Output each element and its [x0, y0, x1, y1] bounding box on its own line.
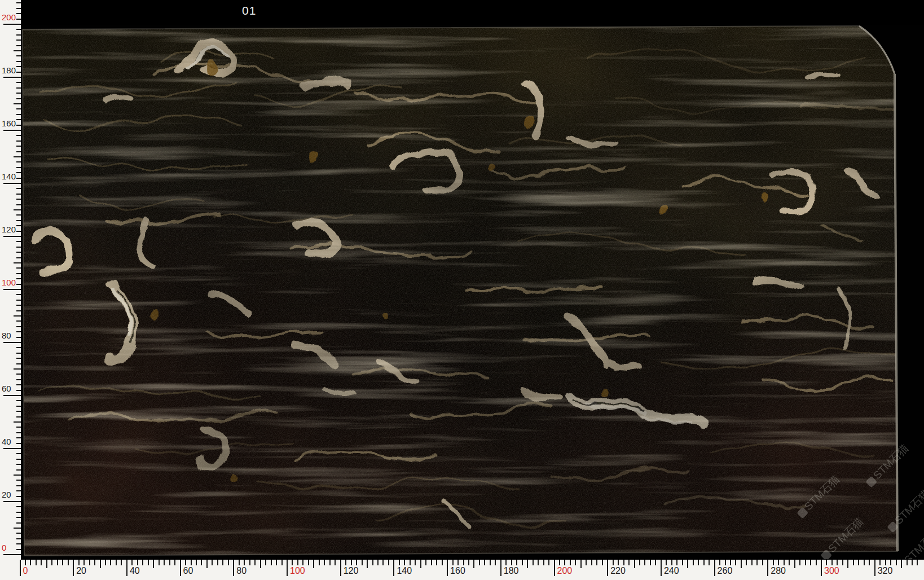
ruler-tick — [16, 390, 21, 391]
ruler-label: 280 — [771, 566, 786, 576]
ruler-tick — [329, 560, 331, 565]
ruler-tick — [3, 342, 21, 343]
ruler-tick — [16, 538, 21, 539]
ruler-tick — [436, 560, 437, 565]
ruler-tick — [281, 560, 283, 565]
ruler-tick — [57, 560, 58, 565]
ruler-tick — [682, 560, 683, 565]
ruler-label: 100 — [2, 278, 16, 287]
ruler-tick — [16, 453, 21, 454]
ruler-tick — [174, 560, 175, 565]
ruler-tick — [864, 560, 865, 565]
ruler-tick — [912, 560, 913, 565]
ruler-tick — [756, 560, 758, 565]
ruler-tick — [538, 560, 539, 565]
ruler-tick — [78, 560, 80, 565]
ruler-tick — [287, 560, 288, 576]
ruler-tick — [16, 347, 21, 348]
ruler-tick — [16, 93, 21, 94]
ruler-tick — [16, 374, 21, 375]
ruler-tick — [14, 103, 21, 104]
ruler-tick — [16, 485, 21, 486]
ruler-tick — [805, 560, 806, 565]
slab-scanner-viewer: 01 — [0, 0, 924, 580]
slab-number-label: 01 — [242, 4, 256, 17]
ruler-tick — [212, 560, 213, 565]
ruler-tick — [16, 2, 21, 3]
ruler-tick — [3, 554, 21, 555]
ruler-tick — [404, 560, 405, 565]
ruler-tick — [14, 315, 21, 317]
ruler-tick — [16, 82, 21, 83]
ruler-tick — [484, 560, 485, 565]
ruler-tick — [51, 560, 52, 565]
ruler-tick — [191, 560, 192, 565]
ruler-tick — [271, 560, 272, 565]
ruler-tick — [661, 560, 662, 576]
ruler-label: 300 — [824, 566, 839, 576]
ruler-tick — [420, 560, 421, 568]
ruler-tick — [14, 209, 21, 210]
ruler-tick — [821, 560, 822, 576]
ruler-tick — [14, 474, 21, 476]
ruler-tick — [16, 257, 21, 258]
ruler-tick — [16, 400, 21, 401]
ruler-tick — [83, 560, 85, 565]
ruler-tick — [16, 320, 21, 322]
ruler-tick — [698, 560, 699, 565]
ruler-tick — [858, 560, 859, 565]
ruler-tick — [896, 560, 897, 565]
ruler-label: 120 — [344, 566, 359, 576]
ruler-tick — [794, 560, 795, 568]
ruler-tick — [16, 135, 21, 136]
ruler-tick — [703, 560, 705, 565]
ruler-tick — [789, 560, 790, 565]
ruler-label: 200 — [557, 566, 573, 576]
ruler-tick — [431, 560, 432, 565]
ruler-tick — [16, 8, 21, 9]
ruler-tick — [222, 560, 223, 565]
ruler-tick — [442, 560, 443, 565]
ruler-tick — [3, 236, 21, 237]
ruler-tick — [16, 34, 21, 36]
ruler-tick — [16, 437, 21, 438]
ruler-tick — [3, 395, 21, 396]
ruler-tick — [89, 560, 90, 565]
ruler-tick — [206, 560, 208, 568]
ruler-tick — [16, 72, 21, 73]
ruler-tick — [196, 560, 197, 565]
ruler-tick — [94, 560, 95, 565]
ruler-tick — [16, 247, 21, 248]
ruler-tick — [16, 310, 21, 311]
ruler-tick — [16, 522, 21, 524]
ruler-tick — [16, 427, 21, 428]
ruler-tick — [16, 416, 21, 418]
ruler-label: 80 — [2, 331, 11, 340]
ruler-tick — [767, 560, 768, 576]
ruler-tick — [16, 119, 21, 120]
ruler-tick — [687, 560, 688, 568]
ruler-tick — [543, 560, 544, 565]
ruler-tick — [292, 560, 293, 565]
ruler-tick — [159, 560, 160, 565]
ruler-label: 180 — [504, 566, 519, 576]
ruler-tick — [842, 560, 843, 565]
ruler-tick — [276, 560, 277, 565]
ruler-tick — [709, 560, 710, 565]
ruler-tick — [16, 125, 21, 126]
ruler-tick — [650, 560, 651, 565]
ruler-tick — [511, 560, 512, 565]
ruler-tick — [16, 443, 21, 444]
ruler-tick — [382, 560, 384, 565]
ruler-tick — [666, 560, 667, 565]
ruler-tick — [16, 140, 21, 142]
ruler-tick — [746, 560, 747, 565]
ruler-tick — [495, 560, 496, 565]
ruler-tick — [586, 560, 587, 565]
ruler-tick — [735, 560, 736, 565]
ruler-tick — [126, 560, 127, 576]
ruler-tick — [16, 231, 21, 232]
ruler-tick — [655, 560, 656, 565]
ruler-tick — [463, 560, 464, 565]
ruler-tick — [533, 560, 534, 565]
